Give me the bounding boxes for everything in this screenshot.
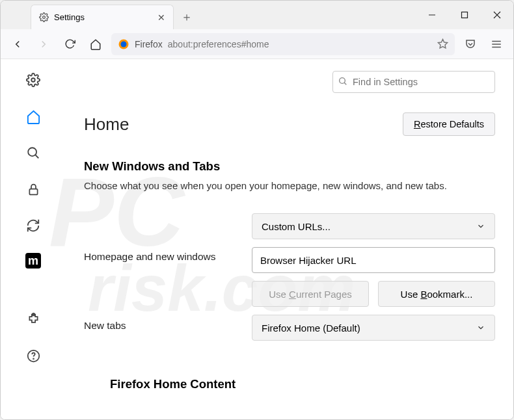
svg-point-19 xyxy=(33,358,34,359)
url-text: about:preferences#home xyxy=(168,39,269,49)
newtabs-label: New tabs xyxy=(84,315,240,332)
titlebar: Settings ✕ ＋ xyxy=(1,1,513,29)
restore-defaults-button[interactable]: Restore Defaults xyxy=(403,112,495,136)
gear-icon xyxy=(39,12,49,22)
close-window-button[interactable] xyxy=(481,1,513,29)
tab-title: Settings xyxy=(54,12,85,22)
use-bookmark-button[interactable]: Use Bookmark... xyxy=(378,281,495,307)
select-value: Custom URLs... xyxy=(262,221,331,232)
homepage-url-input[interactable] xyxy=(252,247,495,273)
settings-sidebar: m xyxy=(1,59,66,419)
nav-toolbar: Firefox about:preferences#home xyxy=(1,29,513,59)
svg-point-13 xyxy=(31,78,35,82)
svg-point-0 xyxy=(43,16,46,19)
minimize-button[interactable] xyxy=(416,1,448,29)
sidebar-item-extensions[interactable] xyxy=(24,310,42,328)
homepage-label: Homepage and new windows xyxy=(84,247,240,263)
select-value: Firefox Home (Default) xyxy=(262,322,360,334)
newtabs-select[interactable]: Firefox Home (Default) xyxy=(252,315,495,341)
new-tab-button[interactable]: ＋ xyxy=(176,5,197,29)
svg-marker-7 xyxy=(438,39,447,47)
settings-main: Home Restore Defaults New Windows and Ta… xyxy=(66,59,513,419)
window-controls xyxy=(416,1,513,29)
reload-button[interactable] xyxy=(59,34,80,55)
forward-button[interactable] xyxy=(33,34,54,55)
section-title-home-content: Firefox Home Content xyxy=(110,377,495,391)
svg-point-14 xyxy=(28,148,36,156)
sidebar-item-home[interactable] xyxy=(24,107,42,125)
sidebar-item-privacy[interactable] xyxy=(24,180,42,198)
svg-point-6 xyxy=(121,41,127,47)
chevron-down-icon xyxy=(476,323,485,332)
pocket-icon[interactable] xyxy=(460,34,481,55)
svg-line-15 xyxy=(35,155,38,158)
sidebar-item-more-mozilla[interactable]: m xyxy=(25,253,41,269)
bookmark-star-icon[interactable] xyxy=(437,38,448,49)
section-title-windows-tabs: New Windows and Tabs xyxy=(84,159,495,174)
sidebar-item-help[interactable] xyxy=(24,347,42,365)
section-subtext: Choose what you see when you open your h… xyxy=(84,180,495,191)
homepage-mode-select[interactable]: Custom URLs... xyxy=(252,213,495,239)
sidebar-item-general[interactable] xyxy=(24,71,42,89)
chevron-down-icon xyxy=(476,222,485,231)
app-menu-icon[interactable] xyxy=(486,34,507,55)
svg-rect-2 xyxy=(462,12,468,18)
browser-tab-settings[interactable]: Settings ✕ xyxy=(31,5,174,29)
find-in-settings-input[interactable] xyxy=(332,71,495,93)
firefox-logo-icon xyxy=(118,38,129,50)
close-tab-icon[interactable]: ✕ xyxy=(157,12,165,23)
page-title: Home xyxy=(84,114,129,135)
url-context: Firefox xyxy=(135,39,163,49)
maximize-button[interactable] xyxy=(448,1,481,29)
back-button[interactable] xyxy=(7,34,28,55)
sidebar-item-search[interactable] xyxy=(24,144,42,162)
url-bar[interactable]: Firefox about:preferences#home xyxy=(111,33,455,55)
use-current-pages-button[interactable]: Use Current Pages xyxy=(252,281,369,307)
home-button[interactable] xyxy=(85,34,106,55)
sidebar-item-sync[interactable] xyxy=(24,217,42,235)
svg-rect-16 xyxy=(29,189,37,194)
